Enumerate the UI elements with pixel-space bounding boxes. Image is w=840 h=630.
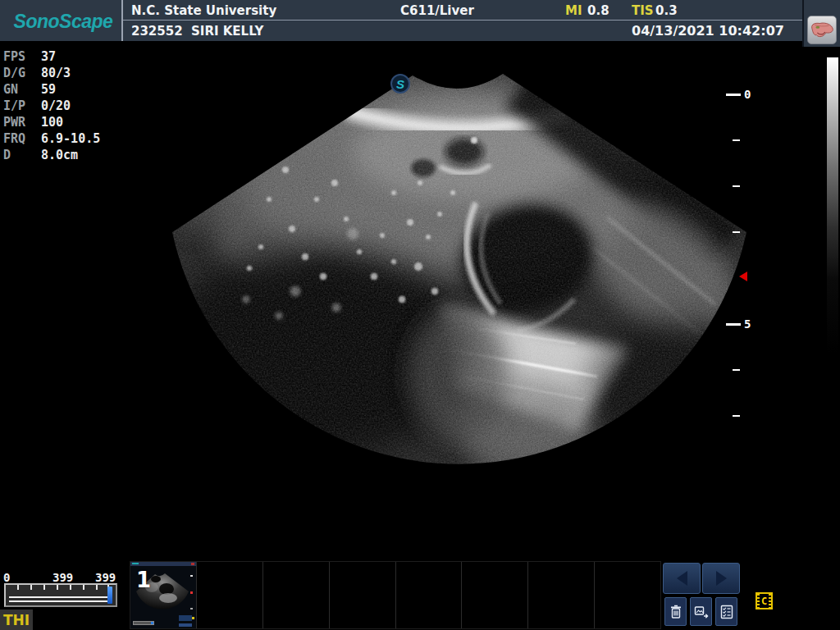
delete-button[interactable] [664,597,687,626]
header-row-divider [123,20,802,21]
cine-progress-line [9,600,111,602]
param-label: GN [3,81,41,98]
cine-current-frame: 399 [95,571,116,584]
mi-label: MI [565,3,582,18]
image-export-icon [693,604,710,620]
depth-label-5: 5 [744,317,751,331]
institution-name: N.C. State University [131,3,276,18]
trash-icon [669,604,683,620]
cine-end-frame: 399 [52,571,73,584]
ultrasound-image: S [148,62,755,468]
thumbnail-empty [330,562,395,628]
export-image-button[interactable] [690,597,712,626]
param-value: 80/3 [41,65,71,81]
next-page-button[interactable] [702,563,740,594]
param-label: FRQ [3,130,41,147]
tis-label: TIS [632,3,654,18]
liver-bodymark-button[interactable] [807,16,837,44]
ultrasound-screen: SonoScape N.C. State University C611/Liv… [0,0,840,630]
thumbnail-empty [396,562,462,628]
depth-tick-major [726,94,741,96]
param-row-ip: I/P 0/20 [3,98,100,114]
thumbnail-1[interactable]: 1 [130,562,196,628]
film-perforation [769,594,771,608]
param-row-fps: FPS 37 [3,48,100,65]
param-label: I/P [3,98,41,114]
cine-start-frame: 0 [3,571,10,584]
film-perforation [757,594,760,608]
depth-tick [733,415,740,417]
param-label: D/G [3,65,41,81]
param-value: 8.0cm [41,147,78,163]
mini-header [130,562,196,566]
patient-id: 232552 [131,24,183,39]
thumbnail-empty [462,562,527,628]
mi-value: 0.8 [587,3,609,18]
svg-text:S: S [396,77,404,91]
imaging-parameters: FPS 37 D/G 80/3 GN 59 I/P 0/20 PWR 100 F… [3,48,100,163]
header-vertical-divider [121,0,123,41]
brand-panel: SonoScape [5,2,121,41]
param-row-depth: D 8.0cm [3,147,100,163]
sector-scan-area [148,62,755,468]
thumbnail-empty [528,562,594,628]
param-value: 59 [41,81,56,98]
liver-icon [809,19,835,42]
arrow-right-icon [716,571,727,586]
exam-datetime: 04/13/2021 10:42:07 [632,23,784,39]
brand-logo: SonoScape [14,11,113,33]
thumbnail-empty [595,562,660,628]
depth-tick [733,369,740,371]
param-row-gn: GN 59 [3,81,100,98]
tis-value: 0.3 [655,3,678,18]
param-row-frq: FRQ 6.9-10.5 [3,130,100,147]
cine-scrubber-track[interactable] [4,583,117,607]
patient-name: SIRI KELLY [191,24,263,39]
param-value: 0/20 [41,98,71,114]
depth-tick [733,185,740,187]
icon-panel [804,0,840,47]
thumbnail-empty [263,562,329,628]
depth-label-0: 0 [744,88,751,101]
param-value: 100 [41,114,63,130]
checklist-icon [719,604,734,620]
probe-preset: C611/Liver [400,3,474,18]
thi-mode-badge: THI [0,609,33,630]
grayscale-map-bar [827,57,838,353]
depth-tick [733,139,740,141]
cine-clip-badge: C [756,592,773,609]
mini-scrubber [133,621,154,625]
focus-position-marker[interactable] [739,272,747,281]
depth-tick [733,231,740,233]
clip-tools [664,597,737,626]
orientation-marker: S [391,75,409,93]
param-value: 37 [41,48,56,65]
header-bar: SonoScape N.C. State University C611/Liv… [0,0,840,41]
review-list-button[interactable] [715,597,737,626]
cine-progress-line [9,596,111,598]
thumbnail-empty [197,562,262,628]
thumbnail-nav [663,563,740,594]
thumbnail-number: 1 [136,568,151,592]
cine-badge-letter: C [761,596,767,607]
param-row-dg: D/G 80/3 [3,65,100,81]
thumbnail-strip: 1 [130,561,661,629]
depth-tick-major [726,323,741,326]
param-label: FPS [3,48,41,65]
param-label: D [3,147,41,163]
prev-page-button[interactable] [663,563,701,594]
arrow-left-icon [677,571,687,586]
param-label: PWR [3,114,41,130]
param-value: 6.9-10.5 [41,130,100,147]
thi-label: THI [3,612,30,628]
cine-scrubber-handle[interactable] [107,587,112,604]
param-row-pwr: PWR 100 [3,114,100,130]
